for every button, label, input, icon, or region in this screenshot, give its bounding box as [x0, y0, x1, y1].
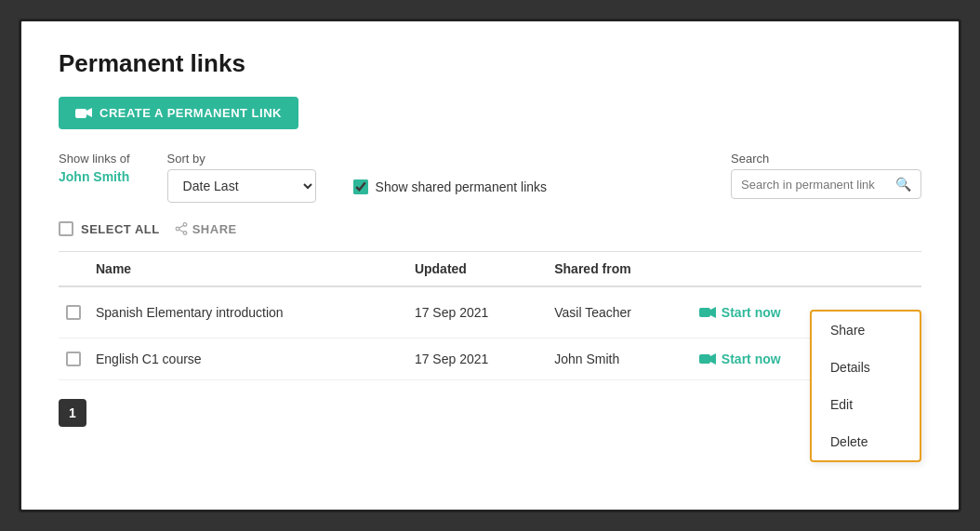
show-links-group: Show links of John Smith [59, 152, 130, 184]
col-shared-from: Shared from [547, 252, 692, 286]
context-menu-item-details[interactable]: Details [812, 349, 920, 386]
row-checkbox[interactable] [66, 305, 81, 320]
show-links-label: Show links of [59, 152, 130, 166]
show-shared-group: Show shared permanent links [353, 172, 547, 194]
svg-marker-10 [710, 353, 716, 365]
camera-icon [75, 107, 92, 119]
page-title: Permanent links [59, 49, 921, 78]
svg-point-4 [176, 227, 179, 231]
svg-marker-1 [86, 108, 92, 117]
search-input[interactable] [741, 178, 890, 192]
share-icon [175, 222, 188, 235]
create-permanent-link-button[interactable]: CREATE A PERMANENT LINK [59, 97, 298, 129]
context-menu-item-delete[interactable]: Delete [812, 423, 920, 460]
user-name-link[interactable]: John Smith [59, 169, 130, 184]
context-menu-item-edit[interactable]: Edit [812, 386, 920, 423]
search-box: 🔍 [731, 169, 921, 199]
start-now-button[interactable]: Start now [699, 352, 781, 366]
select-all-checkbox[interactable] [59, 221, 73, 236]
start-now-button[interactable]: Start now [699, 305, 781, 320]
camera-icon-small [699, 307, 716, 318]
svg-line-5 [179, 225, 183, 228]
col-actions [692, 252, 921, 286]
sort-label: Sort by [167, 152, 316, 166]
svg-rect-0 [75, 109, 86, 118]
table-row: Spanish Elementary introduction17 Sep 20… [59, 286, 921, 339]
show-shared-checkbox[interactable] [353, 179, 368, 194]
links-table: Name Updated Shared from Spanish Element… [59, 252, 921, 380]
svg-line-6 [179, 230, 183, 232]
select-all-label: SELECT ALL [81, 222, 160, 236]
svg-point-2 [183, 223, 187, 227]
search-icon: 🔍 [895, 177, 911, 192]
row-updated: 17 Sep 2021 [407, 339, 547, 380]
col-name: Name [88, 252, 407, 286]
row-checkbox[interactable] [66, 352, 81, 366]
svg-marker-8 [710, 307, 716, 318]
row-name: English C1 course [96, 352, 202, 366]
col-checkbox [59, 252, 88, 286]
share-button[interactable]: SHARE [175, 222, 237, 236]
row-updated: 17 Sep 2021 [407, 286, 547, 339]
sort-group: Sort by Date Last Date First Name A-Z Na… [167, 152, 316, 203]
col-updated: Updated [407, 252, 547, 286]
row-shared-from: John Smith [547, 339, 692, 380]
pagination: 1 [59, 399, 921, 427]
table-row: English C1 course17 Sep 2021John SmithSt… [59, 339, 921, 380]
camera-icon-small [699, 353, 716, 365]
filter-row: Show links of John Smith Sort by Date La… [59, 152, 921, 203]
context-menu-item-share[interactable]: Share [812, 312, 920, 349]
search-label: Search [731, 152, 921, 166]
show-shared-label[interactable]: Show shared permanent links [353, 179, 547, 194]
toolbar-row: SELECT ALL SHARE [59, 221, 921, 236]
context-menu: ShareDetailsEditDelete [810, 310, 921, 462]
svg-point-3 [183, 232, 187, 235]
page-1-button[interactable]: 1 [59, 399, 86, 427]
row-name: Spanish Elementary introduction [96, 305, 284, 320]
svg-rect-7 [699, 308, 710, 317]
row-shared-from: Vasil Teacher [547, 286, 692, 339]
search-group: Search 🔍 [731, 152, 921, 199]
main-window: Permanent links CREATE A PERMANENT LINK … [19, 19, 961, 512]
sort-select[interactable]: Date Last Date First Name A-Z Name Z-A [167, 169, 316, 203]
select-all-group[interactable]: SELECT ALL [59, 221, 160, 236]
svg-rect-9 [699, 354, 710, 364]
